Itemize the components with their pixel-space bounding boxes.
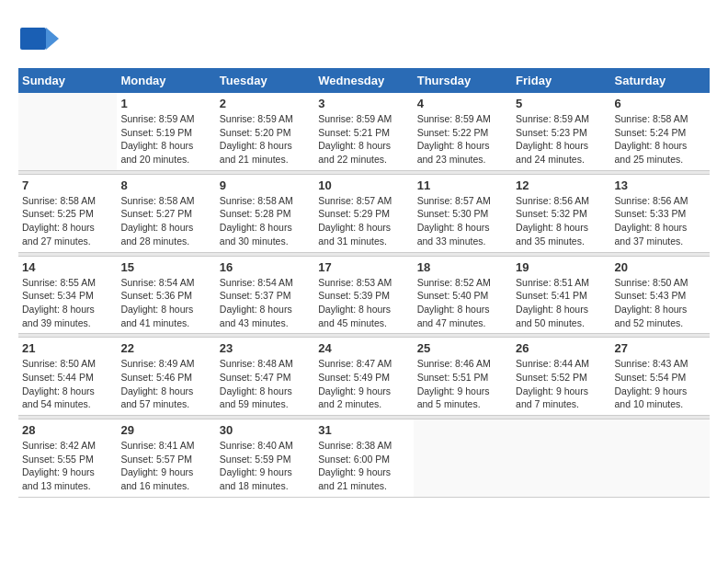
day-info: Sunrise: 8:50 AMSunset: 5:44 PMDaylight:… [22, 357, 113, 411]
day-number: 17 [318, 260, 409, 274]
col-header-sunday: Sunday [18, 68, 117, 93]
day-cell: 3Sunrise: 8:59 AMSunset: 5:21 PMDaylight… [314, 93, 413, 170]
day-cell: 12Sunrise: 8:56 AMSunset: 5:32 PMDayligh… [512, 174, 610, 252]
day-cell [512, 419, 610, 498]
day-cell: 13Sunrise: 8:56 AMSunset: 5:33 PMDayligh… [611, 174, 710, 252]
day-number: 10 [318, 178, 409, 192]
day-info: Sunrise: 8:57 AMSunset: 5:29 PMDaylight:… [318, 194, 409, 248]
col-header-monday: Monday [117, 68, 215, 93]
day-cell: 24Sunrise: 8:47 AMSunset: 5:49 PMDayligh… [314, 338, 413, 416]
day-cell: 16Sunrise: 8:54 AMSunset: 5:37 PMDayligh… [216, 256, 314, 334]
day-number: 21 [22, 341, 113, 355]
day-cell: 19Sunrise: 8:51 AMSunset: 5:41 PMDayligh… [512, 256, 610, 334]
day-number: 1 [120, 97, 211, 110]
day-number: 29 [120, 423, 211, 437]
day-info: Sunrise: 8:40 AMSunset: 5:59 PMDaylight:… [220, 439, 311, 493]
day-info: Sunrise: 8:58 AMSunset: 5:24 PMDaylight:… [615, 112, 706, 167]
day-cell: 8Sunrise: 8:58 AMSunset: 5:27 PMDaylight… [117, 174, 215, 252]
col-header-wednesday: Wednesday [314, 68, 413, 93]
day-cell: 4Sunrise: 8:59 AMSunset: 5:22 PMDaylight… [414, 93, 512, 170]
day-cell: 15Sunrise: 8:54 AMSunset: 5:36 PMDayligh… [117, 256, 215, 334]
day-cell: 31Sunrise: 8:38 AMSunset: 6:00 PMDayligh… [314, 419, 413, 498]
day-cell: 25Sunrise: 8:46 AMSunset: 5:51 PMDayligh… [414, 338, 512, 416]
day-cell: 23Sunrise: 8:48 AMSunset: 5:47 PMDayligh… [216, 338, 314, 416]
header [18, 18, 710, 59]
calendar-table: SundayMondayTuesdayWednesdayThursdayFrid… [18, 68, 710, 498]
day-cell: 18Sunrise: 8:52 AMSunset: 5:40 PMDayligh… [414, 256, 512, 334]
col-header-saturday: Saturday [611, 68, 710, 93]
day-info: Sunrise: 8:59 AMSunset: 5:19 PMDaylight:… [120, 112, 211, 167]
day-info: Sunrise: 8:56 AMSunset: 5:32 PMDaylight:… [516, 194, 607, 248]
day-number: 31 [318, 423, 409, 437]
day-cell: 30Sunrise: 8:40 AMSunset: 5:59 PMDayligh… [216, 419, 314, 498]
day-info: Sunrise: 8:58 AMSunset: 5:27 PMDaylight:… [120, 194, 211, 248]
day-number: 7 [22, 178, 113, 192]
day-cell: 17Sunrise: 8:53 AMSunset: 5:39 PMDayligh… [314, 256, 413, 334]
day-cell: 7Sunrise: 8:58 AMSunset: 5:25 PMDaylight… [18, 174, 117, 252]
day-cell: 5Sunrise: 8:59 AMSunset: 5:23 PMDaylight… [512, 93, 610, 170]
day-cell [611, 419, 710, 498]
day-cell [18, 93, 117, 170]
day-number: 16 [220, 260, 311, 274]
day-number: 25 [417, 341, 508, 355]
day-info: Sunrise: 8:46 AMSunset: 5:51 PMDaylight:… [417, 357, 508, 411]
day-number: 6 [615, 97, 706, 110]
day-number: 14 [22, 260, 113, 274]
week-row-5: 28Sunrise: 8:42 AMSunset: 5:55 PMDayligh… [18, 419, 710, 498]
logo [18, 18, 63, 59]
week-row-1: 1Sunrise: 8:59 AMSunset: 5:19 PMDaylight… [18, 93, 710, 170]
day-info: Sunrise: 8:49 AMSunset: 5:46 PMDaylight:… [120, 357, 211, 411]
day-cell [414, 419, 512, 498]
day-info: Sunrise: 8:58 AMSunset: 5:25 PMDaylight:… [22, 194, 113, 248]
day-number: 28 [22, 423, 113, 437]
day-number: 13 [615, 178, 706, 192]
day-info: Sunrise: 8:59 AMSunset: 5:22 PMDaylight:… [417, 112, 508, 167]
day-cell: 1Sunrise: 8:59 AMSunset: 5:19 PMDaylight… [117, 93, 215, 170]
day-info: Sunrise: 8:47 AMSunset: 5:49 PMDaylight:… [318, 357, 409, 411]
svg-rect-0 [20, 28, 46, 50]
day-cell: 2Sunrise: 8:59 AMSunset: 5:20 PMDaylight… [216, 93, 314, 170]
day-info: Sunrise: 8:57 AMSunset: 5:30 PMDaylight:… [417, 194, 508, 248]
day-number: 9 [220, 178, 311, 192]
day-cell: 20Sunrise: 8:50 AMSunset: 5:43 PMDayligh… [611, 256, 710, 334]
day-info: Sunrise: 8:59 AMSunset: 5:23 PMDaylight:… [516, 112, 607, 167]
day-info: Sunrise: 8:51 AMSunset: 5:41 PMDaylight:… [516, 276, 607, 330]
day-info: Sunrise: 8:42 AMSunset: 5:55 PMDaylight:… [22, 439, 113, 493]
day-cell: 29Sunrise: 8:41 AMSunset: 5:57 PMDayligh… [117, 419, 215, 498]
day-info: Sunrise: 8:56 AMSunset: 5:33 PMDaylight:… [615, 194, 706, 248]
day-number: 4 [417, 97, 508, 110]
week-row-4: 21Sunrise: 8:50 AMSunset: 5:44 PMDayligh… [18, 338, 710, 416]
day-info: Sunrise: 8:53 AMSunset: 5:39 PMDaylight:… [318, 276, 409, 330]
day-number: 8 [120, 178, 211, 192]
day-info: Sunrise: 8:48 AMSunset: 5:47 PMDaylight:… [220, 357, 311, 411]
day-number: 30 [220, 423, 311, 437]
day-info: Sunrise: 8:58 AMSunset: 5:28 PMDaylight:… [220, 194, 311, 248]
day-cell: 27Sunrise: 8:43 AMSunset: 5:54 PMDayligh… [611, 338, 710, 416]
day-number: 18 [417, 260, 508, 274]
day-number: 11 [417, 178, 508, 192]
day-info: Sunrise: 8:44 AMSunset: 5:52 PMDaylight:… [516, 357, 607, 411]
day-number: 2 [220, 97, 311, 110]
col-header-thursday: Thursday [414, 68, 512, 93]
day-number: 26 [516, 341, 607, 355]
week-row-2: 7Sunrise: 8:58 AMSunset: 5:25 PMDaylight… [18, 174, 710, 252]
day-number: 27 [615, 341, 706, 355]
day-cell: 28Sunrise: 8:42 AMSunset: 5:55 PMDayligh… [18, 419, 117, 498]
day-cell: 14Sunrise: 8:55 AMSunset: 5:34 PMDayligh… [18, 256, 117, 334]
day-info: Sunrise: 8:41 AMSunset: 5:57 PMDaylight:… [120, 439, 211, 493]
svg-marker-1 [46, 28, 59, 50]
day-number: 22 [120, 341, 211, 355]
day-info: Sunrise: 8:43 AMSunset: 5:54 PMDaylight:… [615, 357, 706, 411]
day-number: 23 [220, 341, 311, 355]
day-info: Sunrise: 8:59 AMSunset: 5:20 PMDaylight:… [220, 112, 311, 167]
day-info: Sunrise: 8:59 AMSunset: 5:21 PMDaylight:… [318, 112, 409, 167]
day-cell: 6Sunrise: 8:58 AMSunset: 5:24 PMDaylight… [611, 93, 710, 170]
day-number: 15 [120, 260, 211, 274]
day-cell: 21Sunrise: 8:50 AMSunset: 5:44 PMDayligh… [18, 338, 117, 416]
day-number: 24 [318, 341, 409, 355]
day-number: 3 [318, 97, 409, 110]
day-number: 12 [516, 178, 607, 192]
day-cell: 9Sunrise: 8:58 AMSunset: 5:28 PMDaylight… [216, 174, 314, 252]
day-cell: 22Sunrise: 8:49 AMSunset: 5:46 PMDayligh… [117, 338, 215, 416]
day-info: Sunrise: 8:52 AMSunset: 5:40 PMDaylight:… [417, 276, 508, 330]
